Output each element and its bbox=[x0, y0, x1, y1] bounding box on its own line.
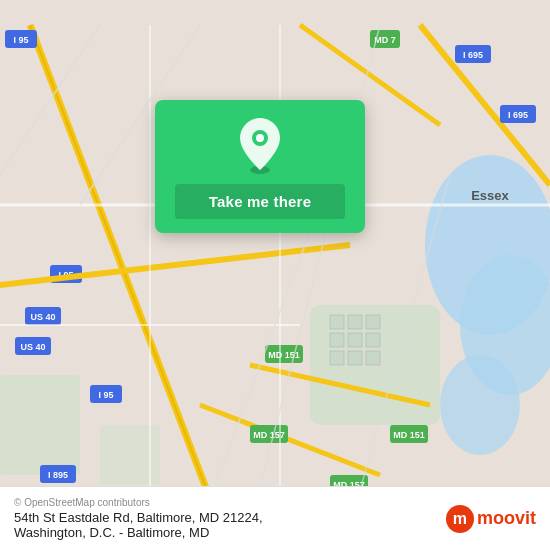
location-pin-icon bbox=[236, 118, 284, 174]
take-me-there-button[interactable]: Take me there bbox=[175, 184, 345, 219]
location-card: Take me there bbox=[155, 100, 365, 233]
svg-text:I 695: I 695 bbox=[508, 110, 528, 120]
svg-text:I 95: I 95 bbox=[98, 390, 113, 400]
moovit-logo: m moovit bbox=[446, 505, 536, 533]
svg-rect-56 bbox=[366, 333, 380, 347]
svg-text:US 40: US 40 bbox=[20, 342, 45, 352]
svg-point-3 bbox=[440, 355, 520, 455]
svg-text:I 895: I 895 bbox=[48, 470, 68, 480]
attribution-text: © OpenStreetMap contributors bbox=[14, 497, 263, 508]
svg-text:MD 151: MD 151 bbox=[393, 430, 425, 440]
info-bar-left: © OpenStreetMap contributors 54th St Eas… bbox=[14, 497, 263, 540]
address-line2: Washington, D.C. - Baltimore, MD bbox=[14, 525, 263, 540]
svg-rect-57 bbox=[330, 351, 344, 365]
svg-rect-53 bbox=[366, 315, 380, 329]
info-bar: © OpenStreetMap contributors 54th St Eas… bbox=[0, 486, 550, 550]
map-background: I 95 I 95 I 95 I 895 US 40 US 40 MD 7 I … bbox=[0, 0, 550, 550]
svg-rect-58 bbox=[348, 351, 362, 365]
moovit-dot-icon: m bbox=[446, 505, 474, 533]
map-container: I 95 I 95 I 95 I 895 US 40 US 40 MD 7 I … bbox=[0, 0, 550, 550]
svg-text:I 95: I 95 bbox=[13, 35, 28, 45]
svg-rect-52 bbox=[348, 315, 362, 329]
svg-rect-54 bbox=[330, 333, 344, 347]
svg-rect-5 bbox=[0, 375, 80, 475]
address-line1: 54th St Eastdale Rd, Baltimore, MD 21224… bbox=[14, 510, 263, 525]
svg-rect-51 bbox=[330, 315, 344, 329]
svg-rect-59 bbox=[366, 351, 380, 365]
svg-rect-55 bbox=[348, 333, 362, 347]
svg-point-62 bbox=[256, 134, 264, 142]
svg-text:US 40: US 40 bbox=[30, 312, 55, 322]
moovit-label: moovit bbox=[477, 508, 536, 529]
svg-text:Essex: Essex bbox=[471, 188, 509, 203]
svg-text:I 695: I 695 bbox=[463, 50, 483, 60]
